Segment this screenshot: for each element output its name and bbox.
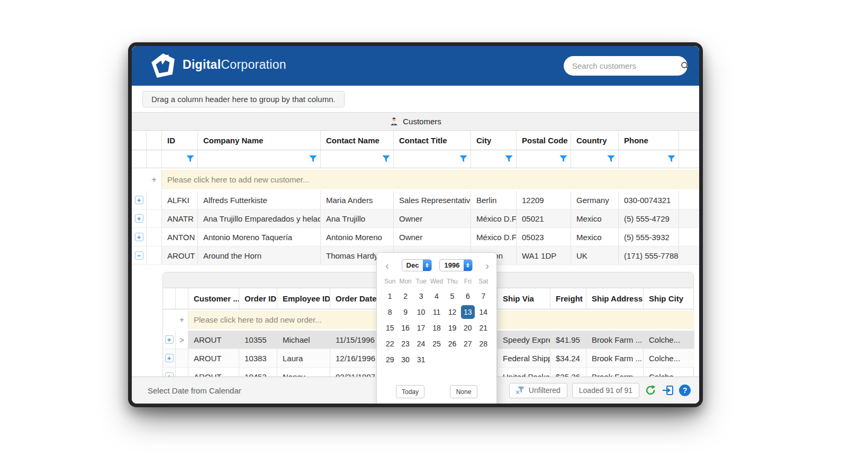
search-input[interactable] <box>564 61 681 70</box>
cell-freight[interactable]: $41.95 <box>550 331 586 349</box>
col-header-shipvia[interactable]: Ship Via <box>498 288 550 309</box>
calendar-day[interactable]: 29 <box>383 352 397 368</box>
cell-postal[interactable]: 05023 <box>517 228 571 246</box>
cell-id[interactable]: ALFKI <box>162 191 198 209</box>
refresh-icon[interactable] <box>644 384 657 397</box>
expand-plus-icon[interactable]: + <box>135 214 143 223</box>
calendar-day[interactable]: 5 <box>445 288 459 304</box>
cell-company[interactable]: Ana Trujillo Emparedados y helados <box>198 209 321 227</box>
col-header-orderid[interactable]: Order ID <box>239 288 277 309</box>
calendar-day[interactable]: 24 <box>414 336 429 352</box>
cell-company[interactable]: Alfreds Futterkiste <box>198 191 321 209</box>
calendar-day[interactable]: 1 <box>383 288 397 304</box>
cell-customer[interactable]: AROUT <box>188 331 239 349</box>
col-header-postal[interactable]: Postal Code <box>517 131 571 150</box>
search-icon[interactable] <box>681 61 690 70</box>
calendar-day[interactable]: 6 <box>460 288 475 304</box>
col-header-country[interactable]: Country <box>571 131 619 150</box>
cell-shipaddress[interactable]: Brook Farm ... <box>586 331 644 349</box>
col-header-city[interactable]: City <box>471 131 517 150</box>
cell-title[interactable]: Owner <box>394 228 471 246</box>
cell-title[interactable]: Sales Representative <box>394 191 471 209</box>
calendar-day[interactable]: 15 <box>383 320 397 336</box>
stepper-arrows-icon[interactable] <box>423 260 431 271</box>
cell-customer[interactable]: AROUT <box>188 349 239 367</box>
calendar-day[interactable]: 27 <box>460 336 475 352</box>
calendar-day[interactable]: 23 <box>398 336 413 352</box>
cell-freight[interactable]: $34.24 <box>550 349 586 367</box>
calendar-day[interactable]: 16 <box>398 320 413 336</box>
add-customer-plus-icon[interactable]: + <box>147 170 162 189</box>
stepper-arrows-icon[interactable] <box>464 260 472 271</box>
col-header-title[interactable]: Contact Title <box>394 131 471 150</box>
cell-orderid[interactable]: 10383 <box>239 349 277 367</box>
cell-country[interactable]: Mexico <box>571 209 619 227</box>
calendar-next-icon[interactable]: › <box>485 260 489 271</box>
cell-contact[interactable]: Antonio Moreno <box>321 228 394 246</box>
cell-country[interactable]: Mexico <box>571 228 619 246</box>
filter-cell-phone[interactable] <box>619 150 679 168</box>
customer-row-anton[interactable]: + ANTON Antonio Moreno Taquería Antonio … <box>132 228 699 246</box>
cell-company[interactable]: Antonio Moreno Taquería <box>198 228 321 246</box>
col-header-shipaddress[interactable]: Ship Address <box>586 288 644 309</box>
filter-funnel-icon[interactable] <box>607 154 615 163</box>
expand-plus-icon[interactable]: + <box>165 354 174 362</box>
cell-phone[interactable]: (5) 555-4729 <box>619 209 679 227</box>
cell-employee[interactable]: Laura <box>277 349 330 367</box>
expand-plus-icon[interactable]: + <box>165 335 174 344</box>
cell-contact[interactable]: Ana Trujillo <box>321 209 394 227</box>
cell-postal[interactable]: 05021 <box>517 209 571 227</box>
cell-title[interactable]: Owner <box>394 209 471 227</box>
calendar-day[interactable]: 2 <box>398 288 413 304</box>
calendar-prev-icon[interactable]: ‹ <box>385 260 389 271</box>
cell-postal[interactable]: WA1 1DP <box>517 246 571 264</box>
cell-country[interactable]: Germany <box>571 191 619 209</box>
cell-shipcity[interactable]: Colche... <box>644 331 694 349</box>
cell-city[interactable]: México D.F. <box>471 228 517 246</box>
calendar-day[interactable]: 26 <box>445 336 459 352</box>
cell-phone[interactable]: (5) 555-3932 <box>619 228 679 246</box>
calendar-day[interactable]: 22 <box>383 336 397 352</box>
cell-shipcity[interactable]: Colche... <box>644 349 694 367</box>
col-header-orderdate[interactable]: Order Date <box>330 288 377 309</box>
cell-shipaddress[interactable]: Brook Farm ... <box>586 349 644 367</box>
filter-cell-title[interactable] <box>394 150 471 168</box>
calendar-day[interactable]: 11 <box>429 304 444 320</box>
calendar-day[interactable]: 10 <box>414 304 429 320</box>
cell-country[interactable]: UK <box>571 246 619 264</box>
calendar-day[interactable]: 30 <box>398 352 413 368</box>
calendar-day[interactable]: 18 <box>429 320 444 336</box>
filter-funnel-icon[interactable] <box>505 154 513 163</box>
cell-orderdate[interactable]: 11/15/1996 <box>330 331 377 349</box>
calendar-day[interactable]: 14 <box>476 304 491 320</box>
calendar-day[interactable]: 17 <box>414 320 429 336</box>
calendar-day[interactable]: 28 <box>476 336 491 352</box>
expand-plus-icon[interactable]: + <box>135 196 143 204</box>
filter-funnel-icon[interactable] <box>186 154 194 163</box>
search-box[interactable] <box>564 56 688 76</box>
filter-funnel-icon[interactable] <box>382 154 390 163</box>
add-customer-text[interactable]: Please click here to add new customer... <box>162 170 699 189</box>
cell-shipvia[interactable]: Federal Shippi... <box>498 349 550 367</box>
add-order-plus-icon[interactable]: + <box>176 310 188 329</box>
cell-shipvia[interactable]: Speedy Express <box>498 331 550 349</box>
cell-phone[interactable]: 030-0074321 <box>619 191 679 209</box>
calendar-day[interactable]: 4 <box>429 288 444 304</box>
filter-cell-company[interactable] <box>198 150 321 168</box>
calendar-day[interactable]: 8 <box>383 304 397 320</box>
filter-cell-postal[interactable] <box>517 150 571 168</box>
export-icon[interactable] <box>662 384 674 397</box>
col-header-freight[interactable]: Freight <box>550 288 586 309</box>
cell-postal[interactable]: 12209 <box>517 191 571 209</box>
today-button[interactable]: Today <box>396 385 424 398</box>
calendar-day[interactable]: 19 <box>445 320 459 336</box>
filter-cell-contact[interactable] <box>321 150 394 168</box>
filter-funnel-icon[interactable] <box>667 154 675 163</box>
col-header-phone[interactable]: Phone <box>619 131 679 150</box>
calendar-day[interactable]: 20 <box>460 320 475 336</box>
calendar-day[interactable]: 3 <box>414 288 429 304</box>
col-header-contact[interactable]: Contact Name <box>321 131 394 150</box>
cell-employee[interactable]: Michael <box>277 331 330 349</box>
calendar-day[interactable]: 9 <box>398 304 413 320</box>
cell-contact[interactable]: Maria Anders <box>321 191 394 209</box>
